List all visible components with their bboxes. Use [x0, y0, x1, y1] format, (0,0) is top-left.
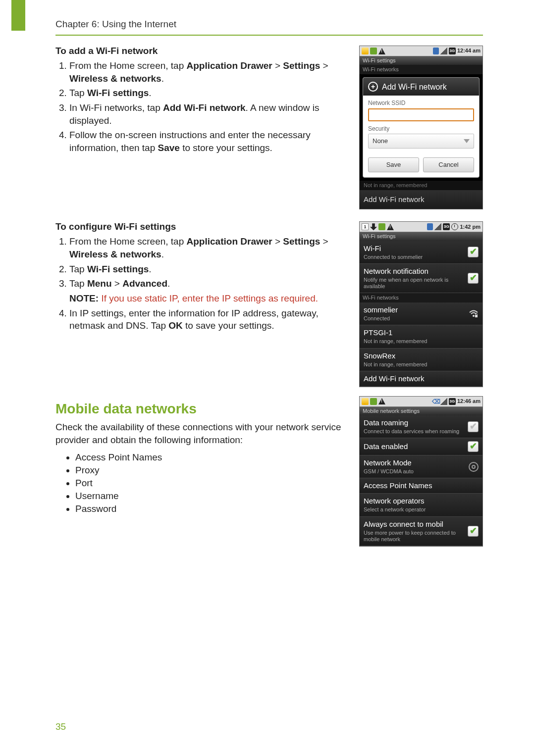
row-network-operators[interactable]: Network operators Select a network opera…	[360, 494, 482, 516]
text: In Wi-Fi networks, tap	[69, 102, 163, 113]
usb-icon	[370, 398, 377, 405]
text: Tap	[69, 278, 87, 289]
row-title: PTSGI-1	[364, 328, 479, 337]
row-network-ptsgi[interactable]: PTSGI-1 Not in range, remembered	[360, 325, 482, 348]
wifi-secure-icon	[469, 309, 479, 319]
list-item: Access Point Names	[75, 452, 348, 463]
row-title: Network Mode	[364, 458, 465, 467]
list-item: Port	[75, 478, 348, 489]
security-dropdown[interactable]: None	[368, 134, 474, 149]
dialog-title: Add Wi-Fi network	[382, 82, 447, 92]
bold: Wireless & networks	[69, 249, 161, 259]
row-add-wifi[interactable]: Add Wi-Fi network	[360, 371, 482, 387]
checkbox-checked-icon[interactable]: ✔	[468, 526, 479, 537]
text: >	[320, 60, 328, 71]
row-network-notification[interactable]: Network notification Notify me when an o…	[360, 264, 482, 293]
row-title: sommelier	[364, 305, 465, 314]
text: >	[320, 236, 328, 247]
checkbox-checked-icon[interactable]: ✔	[468, 273, 479, 284]
note-leadin: NOTE:	[69, 293, 99, 303]
note: NOTE: If you use static IP, enter the IP…	[69, 292, 348, 305]
status-bar: ⌫ 3G 12:46 am	[360, 397, 482, 406]
row-network-snowrex[interactable]: SnowRex Not in range, remembered	[360, 349, 482, 371]
checkbox-checked-icon[interactable]: ✔	[468, 247, 479, 257]
row-wifi-toggle[interactable]: Wi-Fi Connected to sommelier ✔	[360, 241, 482, 264]
download-icon	[370, 223, 377, 230]
row-title: Add Wi-Fi network	[364, 374, 479, 383]
network-3g-icon: 3G	[449, 398, 456, 405]
subhead-add-wifi: To add a Wi-Fi network	[55, 46, 348, 56]
message-icon	[362, 48, 369, 54]
row-subtitle: Notify me when an open network is availa…	[364, 277, 464, 290]
row-title: Data roaming	[364, 418, 464, 427]
row-network-mode[interactable]: Network Mode GSM / WCDMA auto	[360, 455, 482, 478]
row-title: Data enabled	[364, 442, 464, 451]
text: to save your settings.	[183, 320, 274, 331]
signal-icon	[440, 48, 447, 54]
text: >	[112, 278, 123, 289]
text: to store your settings.	[180, 143, 272, 153]
step: Tap Menu > Advanced.	[69, 277, 348, 290]
row-apn[interactable]: Access Point Names	[360, 478, 482, 494]
row-always-connect[interactable]: Always connect to mobil Use more power t…	[360, 517, 482, 546]
bold: Wi-Fi settings	[87, 88, 149, 98]
page-green-tab	[11, 0, 25, 31]
plus-icon: +	[368, 82, 378, 92]
text: .	[167, 278, 170, 289]
bold: OK	[168, 320, 183, 331]
screenshot-wifi-settings: 1 3G 1:42 pm Wi-Fi settings	[359, 221, 483, 387]
bold: Wireless & networks	[69, 73, 161, 84]
security-label: Security	[368, 125, 474, 132]
warning-icon	[378, 398, 385, 404]
row-title: Always connect to mobil	[364, 520, 464, 529]
checkbox-checked-icon[interactable]: ✔	[468, 441, 479, 452]
dimmed-row: Not in range, remembered	[360, 181, 482, 190]
section-label: Wi-Fi networks	[360, 293, 482, 302]
sim-icon	[427, 223, 433, 230]
chapter-header: Chapter 6: Using the Internet	[55, 19, 483, 36]
bold: Application Drawer	[187, 236, 272, 247]
step: In IP settings, enter the information fo…	[69, 307, 348, 332]
row-subtitle: Connected to sommelier	[364, 254, 464, 260]
text: .	[149, 264, 151, 274]
cancel-button[interactable]: Cancel	[423, 157, 474, 172]
row-data-roaming[interactable]: Data roaming Connect to data services wh…	[360, 415, 482, 438]
step: From the Home screen, tap Application Dr…	[69, 59, 348, 85]
titlebar: Wi-Fi settings	[360, 232, 482, 241]
text: From the Home screen, tap	[69, 60, 187, 71]
add-wifi-row[interactable]: Add Wi-Fi network	[360, 190, 482, 209]
save-button[interactable]: Save	[368, 157, 419, 172]
subhead-configure-wifi: To configure Wi-Fi settings	[55, 221, 348, 232]
row-subtitle: Select a network operator	[364, 506, 479, 513]
page-number: 35	[55, 721, 66, 732]
status-time: 1:42 pm	[460, 224, 481, 230]
row-network-sommelier[interactable]: sommelier Connected	[360, 302, 482, 325]
row-data-enabled[interactable]: Data enabled ✔	[360, 438, 482, 455]
checkbox-unchecked-icon[interactable]: ✔	[468, 421, 479, 432]
dialog-header: + Add Wi-Fi network	[363, 78, 479, 96]
network-3g-icon: 3G	[443, 223, 450, 230]
ssid-input[interactable]	[368, 108, 474, 121]
warning-icon	[378, 48, 385, 54]
row-subtitle: Use more power to keep connected to mobi…	[364, 530, 464, 543]
text: >	[272, 60, 283, 71]
list-item: Proxy	[75, 465, 348, 476]
status-time: 12:46 am	[457, 398, 481, 404]
text: From the Home screen, tap	[69, 236, 187, 247]
text: .	[161, 249, 164, 259]
status-time: 12:44 am	[457, 48, 481, 54]
alarm-icon	[451, 223, 458, 230]
bold: Advanced	[122, 278, 167, 289]
chevron-down-icon	[464, 139, 470, 143]
step: Tap Wi-Fi settings.	[69, 263, 348, 276]
row-title: Wi-Fi	[364, 244, 464, 253]
status-bar: 1 3G 1:42 pm	[360, 222, 482, 232]
note-body: If you use static IP, enter the IP setti…	[99, 293, 318, 303]
row-title: Access Point Names	[364, 481, 479, 490]
message-icon	[362, 398, 369, 405]
row-subtitle: Connect to data services when roaming	[364, 428, 464, 435]
calendar-icon: 1	[362, 223, 369, 230]
row-subtitle: Not in range, remembered	[364, 361, 479, 368]
text: Tap	[69, 264, 87, 274]
page-content: Chapter 6: Using the Internet To add a W…	[0, 0, 535, 547]
